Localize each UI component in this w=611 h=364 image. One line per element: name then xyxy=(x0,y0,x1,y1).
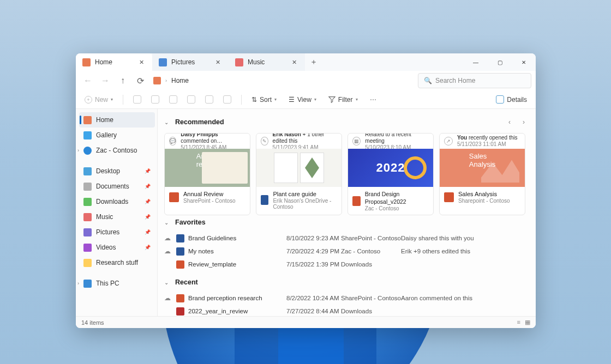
close-tab-icon[interactable]: ✕ xyxy=(137,58,146,66)
chevron-right-icon: › xyxy=(165,78,167,83)
cut-button[interactable] xyxy=(130,93,145,106)
recommended-cards: 💬 Daisy Philipps commented on…5/11/2023 … xyxy=(164,133,529,215)
sidebar-item-home[interactable]: Home xyxy=(79,112,155,128)
section-recent-header[interactable]: ⌄ Recent xyxy=(164,278,529,286)
sidebar-item-thispc[interactable]: › This PC xyxy=(79,276,155,291)
view-button[interactable]: ☰View▾ xyxy=(285,93,320,106)
status-bar: 14 items ≡ ▦ xyxy=(76,316,536,328)
details-view-button[interactable]: ≡ xyxy=(517,319,520,326)
rename-button[interactable] xyxy=(184,93,199,106)
chevron-down-icon: ⌄ xyxy=(164,220,170,226)
chevron-down-icon: ⌄ xyxy=(164,280,170,286)
cloud-status-icon: ☁ xyxy=(164,294,176,302)
up-button[interactable]: ↑ xyxy=(115,73,130,88)
word-icon xyxy=(261,195,268,205)
edit-icon: ✎ xyxy=(261,137,268,145)
pin-icon[interactable]: 📌 xyxy=(145,245,151,250)
section-recommended-header[interactable]: ⌄ Recommended ‹ › xyxy=(164,117,529,128)
folder-icon xyxy=(83,259,92,267)
tab-music[interactable]: Music ✕ xyxy=(229,53,305,71)
close-tab-icon[interactable]: ✕ xyxy=(290,58,298,66)
sidebar-item-pictures[interactable]: Pictures📌 xyxy=(79,225,155,240)
recommended-card[interactable]: ▦ Related to a recent meeting5/10/2023 8… xyxy=(348,133,434,215)
sort-button[interactable]: ⇅Sort▾ xyxy=(248,93,280,106)
minimize-button[interactable]: — xyxy=(464,53,488,71)
sidebar-item-documents[interactable]: Documents📌 xyxy=(79,179,155,194)
new-button[interactable]: + New▾ xyxy=(81,93,116,106)
pin-icon[interactable]: 📌 xyxy=(145,168,151,174)
file-location: Downloads xyxy=(341,308,401,314)
open-icon: ↗ xyxy=(444,137,453,145)
chevron-right-icon[interactable]: › xyxy=(77,148,79,153)
share-icon xyxy=(205,95,213,104)
file-row[interactable]: ☁ My notes 7/20/2022 4:29 PM Zac - Conto… xyxy=(164,245,529,258)
section-title: Recommended xyxy=(175,118,224,126)
file-date: 8/2/2022 10:24 AM xyxy=(286,295,341,301)
powerpoint-icon xyxy=(176,260,184,269)
chevron-right-icon[interactable]: › xyxy=(77,281,79,286)
carousel-prev-button[interactable]: ‹ xyxy=(504,117,515,128)
item-count: 14 items xyxy=(81,319,104,326)
pin-icon[interactable]: 📌 xyxy=(145,214,151,220)
home-icon xyxy=(83,116,92,124)
pin-icon[interactable]: 📌 xyxy=(145,199,151,204)
breadcrumb-current: Home xyxy=(171,77,189,84)
tab-home[interactable]: Home ✕ xyxy=(76,53,152,71)
more-button[interactable]: ⋯ xyxy=(367,93,380,106)
section-favorites-header[interactable]: ⌄ Favorites xyxy=(164,219,529,226)
file-location: Downloads xyxy=(341,261,401,268)
sidebar-item-desktop[interactable]: Desktop📌 xyxy=(79,163,155,179)
file-row[interactable]: ☁ Brand perception research 8/2/2022 10:… xyxy=(164,292,529,305)
new-tab-button[interactable]: ＋ xyxy=(305,53,322,71)
recommended-card[interactable]: ✎ Erik Nason + 1 other edited this5/11/2… xyxy=(256,133,342,215)
search-input[interactable]: 🔍 Search Home xyxy=(418,73,531,88)
titlebar: Home ✕ Pictures ✕ Music ✕ ＋ — ▢ ✕ xyxy=(76,53,536,71)
file-row[interactable]: ☁ Brand Guidelines 8/10/2022 9:23 AM Sha… xyxy=(164,232,529,245)
close-window-button[interactable]: ✕ xyxy=(512,53,536,71)
powerpoint-icon xyxy=(444,192,454,202)
paste-button[interactable] xyxy=(166,93,181,106)
music-icon xyxy=(83,213,92,221)
copy-button[interactable] xyxy=(148,93,163,106)
copy-icon xyxy=(151,95,159,104)
sidebar-item-videos[interactable]: Videos📌 xyxy=(79,240,155,255)
sidebar-item-gallery[interactable]: Gallery xyxy=(79,128,155,143)
file-location: Zac - Contoso xyxy=(341,248,401,254)
cloud-status-icon: ☁ xyxy=(164,234,176,242)
refresh-button[interactable]: ⟳ xyxy=(133,73,148,88)
recommended-card[interactable]: ↗ You recently opened this5/11/2023 11:0… xyxy=(439,133,525,215)
pin-icon[interactable]: 📌 xyxy=(145,229,151,235)
file-date: 8/10/2022 9:23 AM xyxy=(286,235,341,241)
details-icon xyxy=(496,95,504,104)
desktop-icon xyxy=(83,167,92,175)
search-icon: 🔍 xyxy=(424,77,432,84)
filter-button[interactable]: Filter▾ xyxy=(325,93,361,106)
sidebar-item-downloads[interactable]: Downloads📌 xyxy=(79,194,155,209)
powerpoint-icon xyxy=(352,196,361,206)
tab-pictures[interactable]: Pictures ✕ xyxy=(152,53,229,71)
details-pane-button[interactable]: Details xyxy=(493,93,530,106)
back-button[interactable]: ← xyxy=(80,73,95,88)
recommended-card[interactable]: 💬 Daisy Philipps commented on…5/11/2023 … xyxy=(164,133,250,215)
breadcrumb[interactable]: › Home xyxy=(153,77,416,84)
file-activity: Aaron commented on this xyxy=(401,295,529,301)
file-row[interactable]: Review_template 7/15/2022 1:39 PM Downlo… xyxy=(164,258,529,271)
home-icon xyxy=(82,58,91,66)
sidebar-item-music[interactable]: Music📌 xyxy=(79,209,155,225)
thumbnails-view-button[interactable]: ▦ xyxy=(525,319,530,326)
maximize-button[interactable]: ▢ xyxy=(488,53,512,71)
chevron-down-icon: ⌄ xyxy=(164,119,170,125)
sidebar-item-onedrive[interactable]: › Zac - Contoso xyxy=(79,143,155,158)
pin-icon[interactable]: 📌 xyxy=(145,184,151,189)
forward-button[interactable]: → xyxy=(98,73,113,88)
carousel-next-button[interactable]: › xyxy=(518,117,529,128)
file-row[interactable]: 2022_year_in_review 7/27/2022 8:44 AM Do… xyxy=(164,305,529,316)
close-tab-icon[interactable]: ✕ xyxy=(213,58,222,66)
sidebar-item-research[interactable]: Research stuff xyxy=(79,255,155,270)
home-icon xyxy=(153,77,161,84)
file-date: 7/20/2022 4:29 PM xyxy=(286,248,341,254)
delete-button[interactable] xyxy=(220,93,235,106)
rename-icon xyxy=(187,95,195,104)
file-name: Review_template xyxy=(188,261,286,268)
share-button[interactable] xyxy=(202,93,217,106)
